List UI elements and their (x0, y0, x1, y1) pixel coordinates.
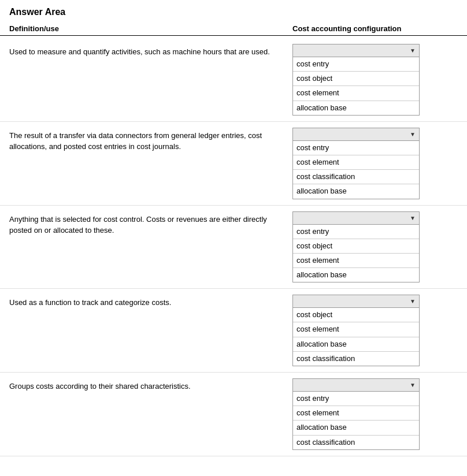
row-3-option-3[interactable]: cost element (293, 254, 419, 268)
row-4-description: Used as a function to track and categori… (9, 295, 292, 308)
row-2-option-2[interactable]: cost element (293, 155, 419, 170)
row-4-dropdown-arrow-icon: ▼ (410, 298, 416, 304)
row-5-description: Groups costs according to their shared c… (9, 378, 292, 392)
rows-container: Used to measure and quantify activities,… (0, 38, 467, 456)
row-4-option-2[interactable]: cost element (293, 322, 419, 337)
row-3-option-2[interactable]: cost object (293, 239, 419, 254)
row-2-dropdown-container: ▼cost entrycost elementcost classificati… (292, 128, 458, 199)
row-1-dropdown-arrow-icon: ▼ (410, 47, 416, 54)
row-5-dropdown-header[interactable]: ▼ (293, 379, 419, 392)
row-1-dropdown[interactable]: ▼cost entrycost objectcost elementalloca… (292, 44, 420, 116)
row-3-dropdown-header[interactable]: ▼ (293, 212, 419, 225)
answer-area-title: Answer Area (0, 0, 467, 22)
row-1-option-3[interactable]: cost element (293, 86, 419, 101)
row-2-description: The result of a transfer via data connec… (9, 128, 292, 153)
row-2-dropdown-header[interactable]: ▼ (293, 128, 419, 141)
row-1-option-2[interactable]: cost object (293, 72, 419, 86)
row-5-dropdown-arrow-icon: ▼ (410, 382, 416, 388)
row-3-dropdown[interactable]: ▼cost entrycost objectcost elementalloca… (292, 211, 420, 283)
row-3-option-4[interactable]: allocation base (293, 268, 419, 282)
row-2: The result of a transfer via data connec… (0, 122, 467, 206)
row-5-option-3[interactable]: allocation base (293, 421, 419, 435)
row-3-dropdown-container: ▼cost entrycost objectcost elementalloca… (292, 211, 458, 283)
row-4-dropdown[interactable]: ▼cost objectcost elementallocation basec… (292, 295, 420, 366)
row-4-dropdown-header[interactable]: ▼ (293, 295, 419, 308)
row-2-option-4[interactable]: allocation base (293, 184, 419, 198)
row-1-option-4[interactable]: allocation base (293, 101, 419, 115)
row-3-description: Anything that is selected for cost contr… (9, 211, 292, 236)
row-5-option-1[interactable]: cost entry (293, 392, 419, 406)
row-5-dropdown-container: ▼cost entrycost elementallocation baseco… (292, 378, 458, 450)
row-3: Anything that is selected for cost contr… (0, 206, 467, 289)
row-5-option-4[interactable]: cost classification (293, 436, 419, 449)
row-2-option-1[interactable]: cost entry (293, 141, 419, 155)
header-definition: Definition/use (9, 24, 292, 33)
row-1-dropdown-container: ▼cost entrycost objectcost elementalloca… (292, 44, 458, 116)
row-1-option-1[interactable]: cost entry (293, 57, 419, 72)
row-2-option-3[interactable]: cost classification (293, 170, 419, 184)
row-1-dropdown-header[interactable]: ▼ (293, 44, 419, 57)
row-4-option-1[interactable]: cost object (293, 308, 419, 322)
row-1-description: Used to measure and quantify activities,… (9, 44, 292, 58)
row-4-option-4[interactable]: cost classification (293, 352, 419, 366)
row-5: Groups costs according to their shared c… (0, 373, 467, 456)
row-5-option-2[interactable]: cost element (293, 406, 419, 421)
row-1: Used to measure and quantify activities,… (0, 38, 467, 122)
row-5-dropdown[interactable]: ▼cost entrycost elementallocation baseco… (292, 378, 420, 450)
row-2-dropdown[interactable]: ▼cost entrycost elementcost classificati… (292, 128, 420, 199)
row-4-dropdown-container: ▼cost objectcost elementallocation basec… (292, 295, 458, 366)
header-config: Cost accounting configuration (292, 24, 458, 33)
row-4-option-3[interactable]: allocation base (293, 337, 419, 352)
table-header: Definition/use Cost accounting configura… (0, 22, 467, 36)
row-3-option-1[interactable]: cost entry (293, 225, 419, 239)
row-4: Used as a function to track and categori… (0, 289, 467, 373)
row-2-dropdown-arrow-icon: ▼ (410, 131, 416, 137)
row-3-dropdown-arrow-icon: ▼ (410, 215, 416, 221)
